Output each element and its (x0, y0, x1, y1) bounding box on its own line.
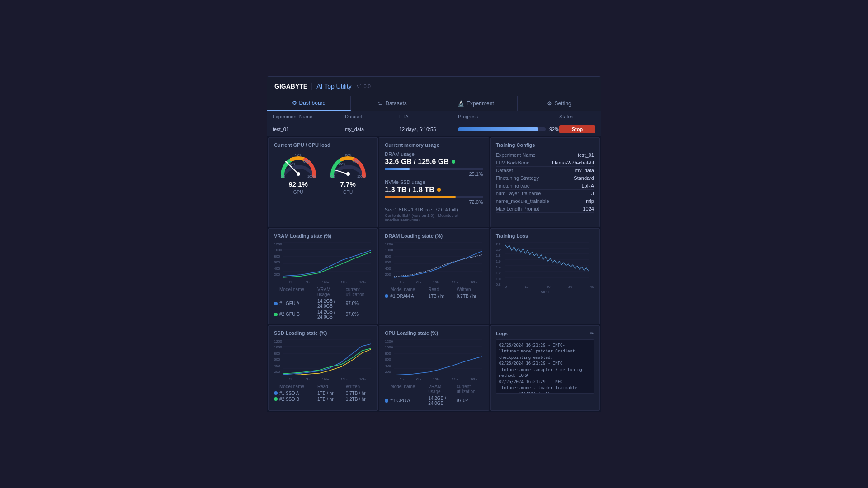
cpu-chart-card: CPU Loading state (%) 120010008006004002… (379, 325, 489, 411)
ssd-legend-read-1: 1TB / hr (317, 391, 344, 396)
tab-datasets[interactable]: 🗂 Datasets (351, 96, 434, 111)
logs-title: Logs (496, 331, 508, 336)
dram-dot-1 (385, 294, 388, 298)
gpu-gauge-svg: 0% 40% 100% 20% 60% (278, 151, 319, 178)
tab-experiment[interactable]: 🔬 Experiment (434, 96, 518, 111)
dram-legend-read-1: 1TB / hr (428, 294, 455, 299)
ssd-legend-written-1: 0.7TB / hr (346, 391, 373, 396)
vram-title: VRAM Loading state (%) (274, 233, 372, 239)
dram-status-dot (452, 160, 455, 164)
training-loss-wrapper: 2.22.01.81.61.41.21.00.8 (496, 242, 594, 294)
vram-y-labels: 12001000800600400200 (274, 242, 282, 277)
cpu-legend: Model nameVRAM usagecurrent utilization … (385, 384, 483, 406)
logs-header: Logs ✏ (496, 330, 594, 337)
logs-area[interactable]: 02/26/2024 16:21:29 - INFO- llmtuner.mod… (496, 339, 594, 394)
config-row: Finetuning typeLoRA (496, 182, 594, 190)
col-exp-name: Experiment Name (273, 114, 345, 119)
exp-dataset: my_data (345, 127, 399, 132)
nvme-bar-bg (385, 196, 483, 198)
ssd-title: SSD Loading state (%) (274, 330, 372, 336)
config-val: my_data (575, 168, 594, 173)
logs-card: Logs ✏ 02/26/2024 16:21:29 - INFO- llmtu… (490, 325, 600, 411)
edit-icon[interactable]: ✏ (590, 330, 594, 337)
vram-chart-svg (283, 242, 371, 278)
config-val: test_01 (578, 152, 594, 158)
vram-legend-row-1: #1 GPU A 14.2GB / 24.0GB 97.0% (274, 299, 372, 309)
progress-bar-fill (458, 127, 538, 131)
dram-percent: 25.1% (385, 171, 483, 177)
vram-legend-row-2: #2 GPU B 14.2GB / 24.0GB 97.0% (274, 310, 372, 319)
ssd-legend-row-1: #1 SSD A 1TB / hr 0.7TB / hr (274, 391, 372, 396)
dram-legend-written-1: 0.7TB / hr (457, 294, 483, 299)
stop-button[interactable]: Stop (559, 125, 595, 133)
training-loss-title: Training Loss (496, 233, 594, 239)
vram-dot-2 (274, 313, 278, 316)
experiment-table: Experiment Name Dataset ETA Progress Sta… (267, 111, 601, 136)
brand-name: GIGABYTE (274, 83, 307, 90)
cpu-x-labels: 2hr6hr10hr12hr16hr (385, 377, 483, 381)
config-key: Finetuning type (496, 183, 530, 188)
config-key: num_layer_trainable (496, 191, 541, 196)
svg-text:20%: 20% (339, 162, 345, 165)
config-row: Experiment Nametest_01 (496, 151, 594, 159)
app-title: AI Top Utility (316, 83, 352, 90)
ssd-legend: Model nameReadWritten #1 SSD A 1TB / hr … (274, 384, 372, 402)
training-configs-title: Training Configs (496, 142, 594, 148)
ssd-chart-svg (283, 339, 371, 375)
svg-text:0%: 0% (281, 175, 285, 178)
cpu-chart-wrapper: 12001000800600400200 2hr6hr10hr12hr16hr (385, 339, 483, 381)
dram-chart-card: DRAM Loading state (%) 12001000800600400… (379, 228, 489, 324)
nvme-value-row: 1.3 TB / 1.8 TB (385, 186, 483, 194)
experiment-icon: 🔬 (458, 100, 464, 107)
cpu-label: CPU (343, 190, 353, 195)
memory-title: Current memory usage (385, 142, 483, 148)
ssd-dot-2 (274, 397, 278, 401)
col-states: States (559, 114, 595, 119)
header-divider: | (311, 82, 313, 90)
dram-legend-row-1: #1 DRAM A 1TB / hr 0.7TB / hr (385, 294, 483, 299)
config-key: Dataset (496, 168, 513, 173)
gpu-cpu-card: Current GPU / CPU load (268, 137, 378, 227)
dashboard-grid: Current GPU / CPU load (267, 136, 601, 412)
config-row: Datasetmy_data (496, 167, 594, 174)
exp-name: test_01 (273, 127, 345, 132)
tab-setting[interactable]: ⚙ Setting (518, 96, 601, 111)
dram-chart-svg (394, 242, 482, 278)
cpu-svg-wrap (394, 339, 483, 376)
vram-legend-util-2: 97.0% (346, 312, 373, 317)
cpu-legend-name-1: #1 CPU A (390, 398, 426, 403)
ssd-legend-written-2: 1.2TB / hr (346, 397, 373, 402)
dram-bar-fill (385, 168, 410, 170)
memory-card: Current memory usage DRAM usage 32.6 GB … (379, 137, 489, 227)
nvme-label: NVMe SSD usage (385, 179, 483, 185)
size-detail: Size 1.8TB - 1.3TB free (72.0% Full) (385, 207, 458, 212)
config-row: Max Length Prompt1024 (496, 205, 594, 213)
dram-legend-name-1: #1 DRAM A (390, 294, 426, 299)
tab-dashboard[interactable]: ⚙ Dashboard (267, 96, 351, 111)
cpu-legend-row-1: #1 CPU A 14.2GB / 24.0GB 97.0% (385, 396, 483, 406)
app-container: GIGABYTE | AI Top Utility v1.0.0 ⚙ Dashb… (267, 76, 601, 412)
col-eta: ETA (399, 114, 458, 119)
vram-legend: Model nameVRAM usagecurrent utilization … (274, 287, 372, 319)
config-key: Experiment Name (496, 152, 536, 158)
config-key: Max Length Prompt (496, 206, 539, 211)
vram-legend-name-2: #2 GPU B (279, 312, 316, 317)
dram-label: DRAM usage (385, 151, 483, 157)
dram-value-row: 32.6 GB / 125.6 GB (385, 158, 483, 166)
loss-chart-svg (505, 242, 589, 283)
ssd-y-labels: 12001000800600400200 (274, 339, 282, 374)
config-key: name_module_trainable (496, 198, 549, 204)
dram-value: 32.6 GB / 125.6 GB (385, 158, 448, 166)
exp-eta: 12 days, 6:10:55 (399, 127, 458, 132)
config-val: 3 (591, 191, 594, 196)
loss-x-labels: 010203040 (496, 285, 594, 289)
config-row: num_layer_trainable3 (496, 190, 594, 197)
cpu-chart-title: CPU Loading state (%) (385, 330, 483, 336)
cpu-legend-vram-1: 14.2GB / 24.0GB (428, 396, 455, 406)
nvme-status-dot (437, 188, 441, 192)
svg-text:0%: 0% (330, 175, 335, 178)
cpu-chart-svg (394, 339, 482, 375)
gpu-gauge: 0% 40% 100% 20% 60% 92.1% GPU (278, 151, 319, 195)
loss-svg-wrap (505, 242, 594, 284)
dram-chart-wrapper: 12001000800600400200 (385, 242, 483, 284)
